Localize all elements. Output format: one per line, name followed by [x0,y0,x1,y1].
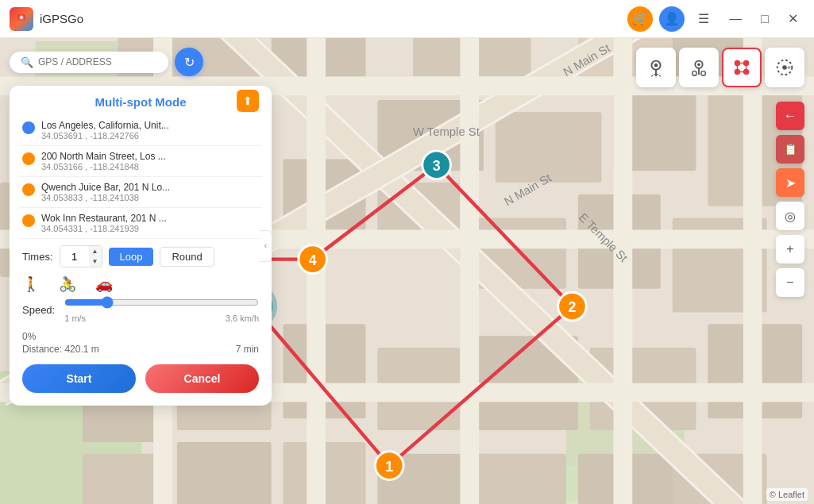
times-label: Times: [22,251,53,263]
teleport-mode-button[interactable] [636,48,676,87]
svg-text:3: 3 [433,158,441,174]
location-name-2: 200 North Main Street, Los ... [41,151,259,162]
search-input[interactable] [38,56,157,67]
speed-inner: Speed: 1 m/s 3.6 km/h [22,296,259,323]
svg-rect-32 [83,454,165,504]
location-dot-1 [22,121,35,134]
location-info-4: Wok Inn Restaurant, 201 N ... 34.054331 … [41,213,259,233]
joystick-mode-button[interactable] [765,48,804,87]
speed-icons: 🚶 🚴 🚗 [22,275,259,293]
location-info-2: 200 North Main Street, Los ... 34.053166… [41,151,259,171]
location-icon: ◎ [785,209,796,224]
distance-label: Distance: [22,344,62,355]
distance-label-value: Distance: 420.1 m [22,344,99,355]
speed-slider[interactable] [64,296,259,309]
svg-point-1 [20,16,23,19]
svg-point-85 [782,65,787,70]
svg-text:2: 2 [569,299,577,315]
progress-pct: 0% [22,331,36,342]
main-area: 1 2 3 4 5 6 N Spring St N Main St N Main… [0,38,814,504]
svg-rect-33 [177,442,272,504]
location-coords-2: 34.053166 , -118.241848 [41,162,259,171]
menu-icon: ☰ [698,11,709,26]
menu-button[interactable]: ☰ [691,6,716,32]
user-button[interactable]: 👤 [659,6,685,32]
svg-point-71 [654,63,658,67]
bike-icon: 🚴 [59,275,76,293]
location-name-1: Los Angeles, California, Unit... [41,120,259,131]
cart-button[interactable]: 🛒 [627,6,653,32]
search-bar: 🔍 ↻ [10,48,203,76]
history-button[interactable]: 📋 [776,135,804,164]
leaflet-attribution: © Leaflet [766,488,808,501]
distance-row: Distance: 420.1 m 7 min [10,344,272,361]
times-input[interactable] [60,246,89,267]
location-button[interactable]: ◎ [776,202,804,230]
multi-spot-mode-button[interactable] [722,48,762,87]
svg-point-74 [692,71,697,76]
svg-rect-15 [496,112,602,183]
time-value: 7 min [236,344,259,355]
distance-value: 420.1 m [64,344,98,355]
location-dot-3 [22,183,35,196]
loop-button[interactable]: Loop [109,248,154,266]
location-coords-4: 34.054331 , -118.241939 [41,224,259,233]
location-dot-4 [22,214,35,227]
speed-slider-wrap: 1 m/s 3.6 km/h [64,296,259,323]
list-item[interactable]: Wok Inn Restaurant, 201 N ... 34.054331 … [19,208,262,239]
svg-text:4: 4 [309,252,317,268]
refresh-button[interactable]: ↻ [175,48,203,76]
list-item[interactable]: 200 North Main Street, Los ... 34.053166… [19,146,262,177]
zoom-out-icon: − [786,275,793,290]
zoom-out-button[interactable]: − [776,268,804,297]
right-sidebar: ← 📋 ➤ ◎ + − [776,102,804,297]
panel-header: Multi-spot Mode ⬆ [10,86,272,115]
app-logo [10,7,33,31]
location-info-1: Los Angeles, California, Unit... 34.0536… [41,120,259,140]
times-down-button[interactable]: ▼ [89,256,102,267]
location-coords-1: 34.053691 , -118.242766 [41,131,259,140]
titlebar: iGPSGo 🛒 👤 ☰ — □ ✕ [0,0,814,38]
svg-rect-49 [460,38,479,504]
export-icon: ⬆ [243,94,253,107]
send-icon: ➤ [785,175,796,190]
speed-max: 3.6 km/h [226,314,259,323]
round-button[interactable]: Round [160,247,214,267]
panel-collapse-handle[interactable]: ‹ [260,230,272,262]
start-button[interactable]: Start [22,364,136,393]
export-button[interactable]: ⬆ [237,90,259,112]
maximize-button[interactable]: □ [754,9,775,29]
search-icon: 🔍 [21,56,33,68]
speed-min: 1 m/s [64,314,86,323]
times-row: Times: ▲ ▼ Loop Round [10,239,272,271]
zoom-in-button[interactable]: + [776,235,804,264]
location-dot-2 [22,152,35,165]
action-buttons: Start Cancel [10,361,272,393]
close-button[interactable]: ✕ [781,8,804,29]
speed-values: 1 m/s 3.6 km/h [64,314,259,323]
refresh-icon: ↻ [184,55,195,70]
cancel-button[interactable]: Cancel [145,364,259,393]
one-spot-mode-button[interactable] [679,48,719,87]
locations-list: Los Angeles, California, Unit... 34.0536… [10,115,272,239]
back-button[interactable]: ← [776,102,804,130]
cart-icon: 🛒 [632,11,648,26]
panel-title: Multi-spot Mode [95,95,187,109]
list-item[interactable]: Los Angeles, California, Unit... 34.0536… [19,115,262,146]
walk-icon: 🚶 [22,275,40,293]
history-icon: 📋 [784,143,797,156]
location-name-4: Wok Inn Restaurant, 201 N ... [41,213,259,224]
location-coords-3: 34.053833 , -118.241038 [41,193,259,202]
times-up-button[interactable]: ▲ [89,246,102,256]
send-button[interactable]: ➤ [776,168,804,197]
times-arrows: ▲ ▼ [89,246,102,267]
app-title: iGPSGo [40,12,627,25]
times-input-wrap: ▲ ▼ [60,245,102,267]
svg-rect-51 [743,38,762,504]
svg-point-73 [697,63,700,66]
minimize-button[interactable]: — [723,9,748,29]
list-item[interactable]: Qwench Juice Bar, 201 N Lo... 34.053833 … [19,177,262,208]
mode-toolbar [636,48,804,87]
search-input-wrap: 🔍 [10,52,168,73]
svg-rect-36 [472,454,566,504]
